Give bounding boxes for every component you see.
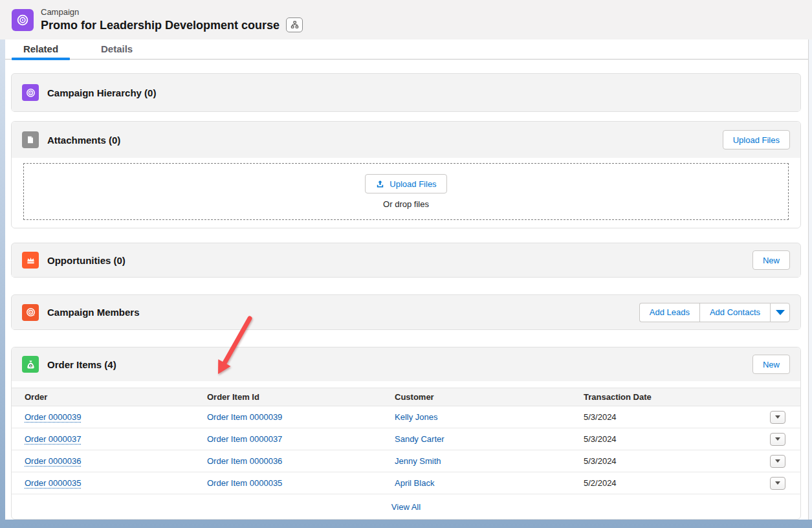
order-items-card: $ Order Items (4) New Order Order Item I… xyxy=(11,347,801,520)
opportunities-title[interactable]: Opportunities (0) xyxy=(47,255,126,266)
attachments-card-header: Attachments (0) Upload Files xyxy=(12,122,800,158)
record-header: Campaign Promo for Leadership Developmen… xyxy=(0,0,812,39)
attachments-icon xyxy=(22,131,39,148)
campaign-hierarchy-card: Campaign Hierarchy (0) xyxy=(11,73,801,112)
add-leads-button[interactable]: Add Leads xyxy=(639,303,699,322)
crown-glyph xyxy=(25,255,36,266)
column-header-transaction-date[interactable]: Transaction Date xyxy=(571,388,752,406)
chevron-down-icon xyxy=(775,415,780,419)
attachments-card: Attachments (0) Upload Files Upload File… xyxy=(11,121,801,228)
table-row: Order 0000035 Order Item 0000035 April B… xyxy=(12,472,800,494)
upload-files-button[interactable]: Upload Files xyxy=(723,130,790,149)
row-actions-button[interactable] xyxy=(770,433,785,446)
order-item-id-link[interactable]: Order Item 0000039 xyxy=(207,412,282,422)
campaign-members-button-group: Add Leads Add Contacts xyxy=(639,303,790,322)
record-tabs: Related Details xyxy=(5,39,808,60)
column-header-order[interactable]: Order xyxy=(12,388,194,406)
order-items-footer: View All xyxy=(12,494,800,519)
upload-icon xyxy=(375,179,385,189)
campaign-members-title[interactable]: Campaign Members xyxy=(47,307,140,318)
opportunities-card: Opportunities (0) New xyxy=(11,243,801,278)
row-actions-button[interactable] xyxy=(770,411,785,424)
campaign-record-icon xyxy=(12,9,34,31)
campaign-members-card: Campaign Members Add Leads Add Contacts xyxy=(11,294,801,330)
order-item-id-link[interactable]: Order Item 0000035 xyxy=(207,478,282,488)
campaign-hierarchy-title[interactable]: Campaign Hierarchy (0) xyxy=(47,87,156,98)
order-item-id-link[interactable]: Order Item 0000037 xyxy=(207,434,282,444)
campaign-hierarchy-card-header: Campaign Hierarchy (0) xyxy=(12,74,800,111)
opportunities-card-header: Opportunities (0) New xyxy=(12,243,800,277)
customer-link[interactable]: Sandy Carter xyxy=(395,434,444,444)
order-items-header-row: Order Order Item Id Customer Transaction… xyxy=(12,388,800,406)
drop-files-hint: Or drop files xyxy=(383,199,429,209)
table-row: Order 0000037 Order Item 0000037 Sandy C… xyxy=(12,428,800,450)
new-opportunity-button[interactable]: New xyxy=(752,250,790,270)
moneybag-glyph: $ xyxy=(25,359,36,370)
members-bullseye-glyph xyxy=(25,307,36,318)
tab-details[interactable]: Details xyxy=(93,43,141,54)
transaction-date: 5/2/2024 xyxy=(584,478,617,488)
column-header-order-item-id[interactable]: Order Item Id xyxy=(194,388,382,406)
row-actions-button[interactable] xyxy=(770,477,785,490)
campaign-hierarchy-icon xyxy=(22,84,39,101)
view-campaign-hierarchy-button[interactable] xyxy=(286,17,303,32)
campaign-members-icon xyxy=(22,304,39,321)
opportunities-icon xyxy=(22,252,39,269)
active-tab-underline xyxy=(12,58,70,60)
campaign-members-more-actions-button[interactable] xyxy=(770,303,790,322)
column-header-customer[interactable]: Customer xyxy=(382,388,571,406)
column-header-actions xyxy=(752,388,800,406)
dropzone-upload-files-button[interactable]: Upload Files xyxy=(365,174,446,193)
right-edge-strip xyxy=(808,39,812,520)
chevron-down-icon xyxy=(775,481,780,485)
record-body-panel: Related Details Campaign Hierarchy (0) xyxy=(5,39,808,520)
add-contacts-button[interactable]: Add Contacts xyxy=(699,303,770,322)
bullseye-glyph xyxy=(25,87,36,98)
row-actions-button[interactable] xyxy=(770,455,785,468)
order-items-icon: $ xyxy=(22,356,39,373)
transaction-date: 5/3/2024 xyxy=(584,456,617,466)
order-items-title[interactable]: Order Items (4) xyxy=(47,359,116,370)
order-items-table: Order Order Item Id Customer Transaction… xyxy=(12,388,800,494)
org-hierarchy-icon xyxy=(291,21,299,29)
customer-link[interactable]: Jenny Smith xyxy=(395,456,441,466)
order-items-card-header: $ Order Items (4) New xyxy=(12,347,800,381)
view-all-link[interactable]: View All xyxy=(391,502,421,512)
order-link[interactable]: Order 0000035 xyxy=(25,478,81,488)
svg-text:$: $ xyxy=(29,364,31,367)
dropzone-upload-label: Upload Files xyxy=(390,179,436,189)
campaign-members-card-header: Campaign Members Add Leads Add Contacts xyxy=(12,295,800,329)
table-row: Order 0000036 Order Item 0000036 Jenny S… xyxy=(12,450,800,472)
tab-related[interactable]: Related xyxy=(12,43,70,54)
chevron-down-icon xyxy=(775,437,780,441)
order-link[interactable]: Order 0000039 xyxy=(25,412,81,422)
order-link[interactable]: Order 0000037 xyxy=(25,434,81,444)
attachments-body: Upload Files Or drop files xyxy=(12,158,800,228)
note-glyph xyxy=(25,135,36,145)
new-order-item-button[interactable]: New xyxy=(752,355,790,374)
transaction-date: 5/3/2024 xyxy=(584,434,617,444)
chevron-down-icon xyxy=(776,310,785,315)
order-item-id-link[interactable]: Order Item 0000036 xyxy=(207,456,282,466)
order-link[interactable]: Order 0000036 xyxy=(25,456,81,466)
customer-link[interactable]: Kelly Jones xyxy=(395,412,437,422)
page-title: Promo for Leadership Development course xyxy=(41,18,280,32)
attachments-title[interactable]: Attachments (0) xyxy=(47,135,120,146)
bullseye-glyph xyxy=(16,13,30,27)
chevron-down-icon xyxy=(775,459,780,463)
file-dropzone[interactable]: Upload Files Or drop files xyxy=(23,163,789,220)
entity-label: Campaign xyxy=(41,7,303,17)
customer-link[interactable]: April Black xyxy=(395,478,434,488)
transaction-date: 5/3/2024 xyxy=(584,412,617,422)
table-row: Order 0000039 Order Item 0000039 Kelly J… xyxy=(12,406,800,428)
